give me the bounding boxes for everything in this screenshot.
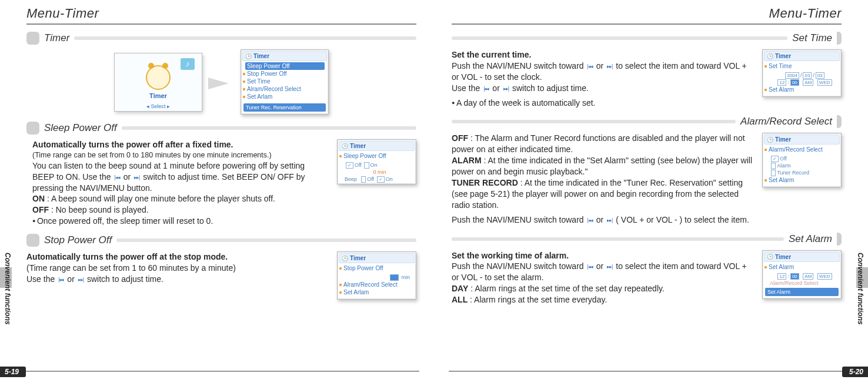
forward-icon: ▸▸| [77, 276, 85, 283]
lcd-item: Set Alarm [769, 263, 837, 271]
lcd-val: 0 min [339, 169, 415, 176]
sleep-small: (Time range can be set from 0 to 180 min… [32, 150, 328, 160]
section-rule [116, 238, 416, 242]
tuner-label: TUNER RECORD [452, 178, 518, 187]
text: switch to adjust time. [85, 274, 163, 284]
footer-rule [449, 371, 844, 372]
arrow-right-icon [208, 73, 235, 91]
stop-bold: Automatically turns the power off at the… [26, 252, 228, 261]
lcd-item: Set Time [769, 62, 837, 70]
stop-line1: (Time range can be set from 1 to 60 minu… [26, 263, 328, 274]
lcd-item: Set Alarm [769, 86, 837, 93]
timer-hero: ♪ Timer ◂ Select ▸ Timer Sleep Power Off… [26, 49, 416, 115]
off-desc: : The Alarm and Tuner Record functions a… [452, 133, 745, 154]
all-desc: : Alarm rings at the set time everyday. [468, 295, 607, 304]
section-head-stop: Stop Power Off [26, 234, 416, 247]
day-desc: : Alarm rings at the set time of the set… [468, 284, 665, 293]
hero-icon-screen: ♪ Timer ◂ Select ▸ [114, 53, 202, 112]
lcd-opt: ✓Off [764, 155, 840, 162]
lcd-alarmrec: Timer Alarm/Record Select ✓Off Alarm Tun… [762, 133, 842, 187]
text: Push the NAVI/MENU switch toward [452, 61, 586, 70]
section-cap-icon [837, 115, 842, 128]
lcd-settime: Timer Set Time 2004/03/03 12:00 AM WED S… [762, 49, 842, 97]
text: ( VOL + or VOL - ) to select the item. [613, 215, 749, 224]
rewind-icon: |◂◂ [57, 276, 65, 283]
section-cap-icon [837, 32, 842, 45]
lcd-date: 2004/03/03 [764, 72, 840, 79]
music-note-icon: ♪ [181, 58, 195, 70]
lcd-sleep: Timer Sleep Power Off ✓Off On 0 min Beep… [337, 139, 416, 184]
lcd-item: Stop Power Off [343, 264, 412, 272]
lcd-title: Timer [764, 135, 840, 145]
section-label: Set Time [792, 32, 832, 44]
lcd-footer: Set Alarm [765, 288, 839, 296]
forward-icon: ▸▸| [606, 263, 613, 270]
forward-icon: ▸▸| [133, 174, 141, 181]
text: Use the [26, 274, 57, 284]
alarmrec-text: OFF : The Alarm and Tuner Record functio… [452, 133, 753, 225]
text: or [594, 61, 606, 70]
lcd-title: Timer [339, 141, 415, 151]
settime-text: Set the current time. Push the NAVI/MENU… [452, 49, 753, 108]
settime-bold: Set the current time. [452, 50, 531, 59]
alarmrec-body: OFF : The Alarm and Tuner Record functio… [452, 133, 842, 225]
rewind-icon: |◂◂ [586, 63, 593, 70]
lcd-sub: Beep Off ✓On [339, 176, 415, 183]
lcd-title: Timer [764, 252, 840, 262]
lcd-item: Set Time [247, 78, 325, 85]
section-rule [74, 36, 416, 40]
alarm-label: ALARM [452, 156, 482, 165]
hero-select-bar: ◂ Select ▸ [115, 103, 202, 109]
section-bullet-icon [26, 234, 39, 247]
section-head-sleep: Sleep Power Off [26, 122, 416, 135]
sleep-body: Automatically turns the power off after … [26, 139, 416, 227]
page-title: Menu-Timer [452, 6, 842, 21]
off-label: OFF [452, 133, 468, 143]
page-left: Menu-Timer Timer ♪ Timer ◂ Select ▸ Time… [0, 0, 434, 383]
on-desc: : A beep sound will play one minute befo… [45, 194, 275, 203]
rewind-icon: |◂◂ [113, 174, 121, 181]
all-label: ALL [452, 295, 468, 304]
section-rule [452, 36, 787, 40]
lcd-val: 00 min [339, 274, 415, 281]
section-rule [452, 237, 784, 241]
lcd-title: Timer [339, 253, 415, 263]
forward-icon: ▸▸| [502, 85, 510, 92]
lcd-opt: Tuner Record [764, 169, 840, 176]
rewind-icon: |◂◂ [482, 85, 490, 92]
off-label: OFF [32, 205, 49, 214]
page-right: Menu-Timer Set Time Set the current time… [434, 0, 868, 383]
text: Push the NAVI/MENU switch toward [452, 261, 586, 271]
text: Use the [452, 83, 482, 93]
section-label: Timer [44, 32, 69, 44]
page-number: 5-19 [0, 367, 26, 377]
stop-text: Automatically turns the power off at the… [26, 251, 328, 285]
section-label: Sleep Power Off [44, 122, 117, 134]
lcd-item: Set Arlam [247, 93, 325, 100]
lcd-setalarm: Timer Set Alarm 12:00 AM WED Alarm/Recor… [762, 250, 842, 299]
section-label: Stop Power Off [44, 234, 112, 246]
lcd-time: 12:00 AM WED [764, 273, 840, 280]
text: Push the NAVI/MENU switch toward [452, 215, 586, 224]
lcd-title: Timer [242, 51, 327, 61]
section-rule [452, 120, 736, 123]
text: switch to adjust time. [510, 83, 589, 93]
lcd-title: Timer [764, 51, 840, 61]
rewind-icon: |◂◂ [586, 217, 593, 224]
section-rule [122, 126, 416, 130]
lcd-faded: Alarm/Record Select [764, 280, 840, 287]
lcd-item: Alram/Record Select [343, 281, 412, 288]
section-label: Alarm/Record Select [740, 116, 832, 127]
section-head-alarmrec: Alarm/Record Select [452, 115, 842, 128]
lcd-time: 12:00 AM WED [764, 79, 840, 86]
section-bullet-icon [26, 32, 39, 45]
lcd-item: Set Alarm [769, 176, 837, 184]
sleep-bold: Automatically turns the power off after … [32, 140, 233, 149]
section-label: Set Alarm [789, 233, 832, 245]
forward-icon: ▸▸| [606, 217, 613, 224]
lcd-item: Stop Power Off [247, 70, 325, 78]
setalarm-text: Set the working time of alarm. Push the … [452, 250, 753, 305]
text: or [490, 83, 502, 93]
footer-rule [24, 371, 419, 372]
page-number: 5-20 [842, 367, 868, 377]
